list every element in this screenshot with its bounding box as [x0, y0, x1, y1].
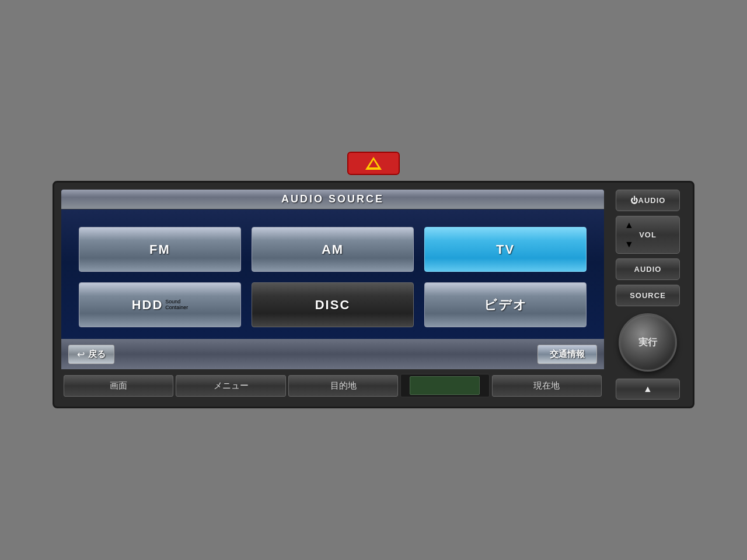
- source-grid: FM AM TV HDD SoundContainer: [61, 209, 604, 339]
- func-button-screen[interactable]: 画面: [64, 375, 173, 397]
- back-arrow-icon: ↩: [77, 349, 85, 360]
- hdd-subtext: SoundContainer: [165, 299, 188, 311]
- source-label-hdd: HDD: [132, 298, 163, 313]
- volume-control[interactable]: ▲ VOL ▼: [616, 216, 680, 254]
- source-button[interactable]: SOURCE: [616, 285, 680, 306]
- hazard-icon: [365, 157, 382, 170]
- screen-title: AUDIO SOURCE: [281, 193, 384, 205]
- vol-label: VOL: [616, 230, 679, 239]
- traffic-label: 交通情報: [550, 349, 585, 359]
- screen-area: AUDIO SOURCE FM AM TV: [61, 190, 604, 400]
- function-buttons: 画面 メニュー 目的地 現在地: [61, 369, 604, 400]
- lcd-display: AUDIO SOURCE FM AM TV: [61, 190, 604, 369]
- source-label-am: AM: [322, 242, 344, 257]
- source-label-disc: DISC: [315, 298, 351, 313]
- vol-down-area: ▼: [616, 239, 679, 250]
- source-button-am[interactable]: AM: [252, 227, 414, 272]
- main-unit: AUDIO SOURCE FM AM TV: [53, 181, 694, 408]
- source-button-disc[interactable]: DISC: [252, 282, 414, 327]
- traffic-button[interactable]: 交通情報: [537, 345, 597, 364]
- source-button-fm[interactable]: FM: [79, 227, 241, 272]
- dial-label: 実行: [638, 337, 657, 349]
- func-button-destination[interactable]: 目的地: [288, 375, 398, 397]
- lcd-bottom-bar: ↩ 戻る 交通情報: [61, 339, 604, 369]
- audio-button[interactable]: AUDIO: [616, 258, 680, 280]
- vol-up-icon: ▲: [624, 220, 634, 230]
- title-bar: AUDIO SOURCE: [61, 190, 604, 209]
- source-label-video: ビデオ: [484, 296, 528, 314]
- hazard-area: [0, 152, 747, 175]
- dial-button[interactable]: 実行: [619, 313, 677, 372]
- back-button[interactable]: ↩ 戻る: [68, 345, 114, 364]
- right-controls: ⏻AUDIO ▲ VOL ▼ AUDIO SOURCE 実行 ▲: [610, 190, 686, 400]
- source-label-tv: TV: [496, 242, 515, 257]
- source-button-tv[interactable]: TV: [424, 227, 587, 272]
- hdd-content: HDD SoundContainer: [132, 298, 189, 313]
- audio-power-button[interactable]: ⏻AUDIO: [616, 190, 680, 211]
- back-label: 戻る: [88, 349, 106, 360]
- eject-button[interactable]: ▲: [616, 379, 680, 400]
- func-button-current[interactable]: 現在地: [492, 375, 602, 397]
- hazard-button[interactable]: [347, 152, 400, 175]
- source-button-hdd[interactable]: HDD SoundContainer: [79, 282, 241, 327]
- vol-up-area: ▲: [616, 220, 679, 230]
- func-button-menu[interactable]: メニュー: [176, 375, 285, 397]
- source-button-video[interactable]: ビデオ: [424, 282, 587, 327]
- circuit-board: [410, 376, 480, 395]
- vol-down-icon: ▼: [624, 239, 634, 250]
- circuit-board-area: [400, 374, 489, 397]
- source-label-fm: FM: [149, 242, 170, 257]
